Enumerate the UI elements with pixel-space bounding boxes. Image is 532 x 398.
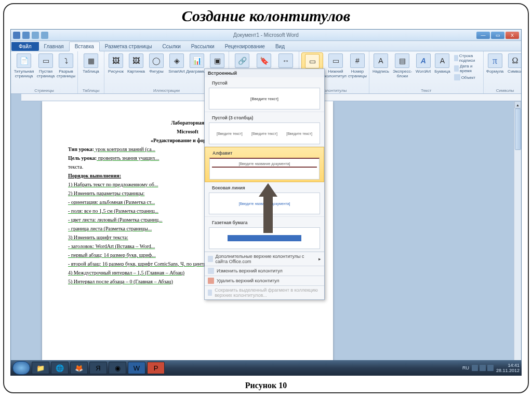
tab-mailings[interactable]: Рассылки [186,42,220,51]
footer-icon: ▭ [328,53,343,68]
table-button[interactable]: ▦Таблица [80,52,102,88]
page-number-icon: # [350,53,365,68]
titlebar: Документ1 - Microsoft Word — ▭ X [11,30,521,41]
page-break-icon: ⤵ [59,53,73,68]
blank-page-button[interactable]: ▭Пустая страница [36,52,55,88]
task-3d[interactable]: ◉ [109,362,126,374]
dd-remove-header[interactable]: Удалить верхний колонтитул [205,276,324,285]
save-sel-icon [208,290,212,296]
smartart-button[interactable]: ◈SmartArt [167,52,186,88]
object-button[interactable]: Объект [454,74,480,80]
symbol-icon: Ω [508,53,521,68]
date-time-button[interactable]: Дата и время [454,64,480,73]
shapes-icon: ◯ [149,53,164,68]
textbox-button[interactable]: AНадпись [371,52,390,88]
shapes-button[interactable]: ◯Фигуры [147,52,166,88]
dd-save-selection: Сохранить выделенный фрагмент в коллекци… [205,285,324,299]
task-ppt[interactable]: P [147,362,165,374]
start-button[interactable] [12,361,30,375]
dd-item-blank[interactable]: Пустой [Введите текст] [205,77,324,112]
table-icon: ▦ [84,53,98,68]
dd-edit-header[interactable]: Изменить верхний колонтитул [205,266,324,276]
tab-page-layout[interactable]: Разметка страницы [100,42,157,51]
group-symbols: πФормула ΩСимвол Символы [484,51,521,93]
signature-icon [454,55,458,61]
clipart-icon: 🖼 [129,53,143,68]
hyperlink-icon: 🔗 [235,53,249,68]
scroll-thumb[interactable] [515,108,521,150]
office-icon [208,256,213,262]
dd-item-alphabet[interactable]: Алфавит [Введите название документа] [205,147,324,182]
edit-icon [208,268,214,274]
tab-view[interactable]: Вид [270,42,290,51]
windows-taskbar: 📁 🌐 🦊 Я ◉ W P RU 14:41 28.11.2012 [10,360,522,376]
tray-vol-icon[interactable] [487,365,494,371]
date-icon [454,65,459,72]
smartart-icon: ◈ [169,53,184,68]
clipart-button[interactable]: 🖼Картинка [127,52,145,88]
dropcap-icon: A [435,53,449,68]
tray-clock[interactable]: 14:41 28.11.2012 [496,363,520,373]
wordart-icon: A [416,53,431,68]
close-button[interactable]: X [506,32,519,39]
task-explorer[interactable]: 📁 [32,362,49,374]
minimize-button[interactable]: — [476,32,490,39]
scroll-up-button[interactable]: ▲ [514,101,521,108]
dd-more-office[interactable]: Дополнительные верхние колонтитулы с сай… [205,252,324,266]
slide-caption: Рисунок 10 [4,381,528,390]
chart-icon: 📊 [190,53,204,68]
symbol-button[interactable]: ΩСимвол [506,52,521,88]
picture-button[interactable]: 🖼Рисунок [107,52,125,88]
cover-page-icon: 📄 [17,53,31,68]
group-pages: 📄Титульная страница ▭Пустая страница ⤵Ра… [11,51,78,93]
picture-icon: 🖼 [109,53,123,68]
equation-icon: π [488,53,502,68]
header-icon: ▭ [305,54,320,68]
group-tables: ▦Таблица Таблицы [78,51,104,93]
tray-lang[interactable]: RU [462,365,469,370]
dd-section-builtin: Встроенный [205,69,324,77]
group-text: AНадпись ▤Экспресс-блоки AWordArt AБукви… [369,51,484,93]
blank-page-icon: ▭ [38,53,53,68]
task-word[interactable]: W [128,362,145,374]
textbox-icon: A [374,53,388,68]
object-icon [454,74,460,80]
cover-page-button[interactable]: 📄Титульная страница [13,52,35,88]
wordart-button[interactable]: AWordArt [415,52,432,88]
tab-references[interactable]: Ссылки [157,42,186,51]
bookmark-icon: 🔖 [257,53,271,68]
task-yandex[interactable]: Я [89,362,107,374]
footer-button[interactable]: ▭Нижний колонтитул [325,52,347,88]
maximize-button[interactable]: ▭ [491,32,504,39]
signature-line-button[interactable]: Строка подписи [454,53,480,63]
quickparts-button[interactable]: ▤Экспресс-блоки [392,52,413,88]
page-number-button[interactable]: #Номер страницы [348,52,367,88]
page-break-button[interactable]: ⤵Разрыв страницы [57,52,75,88]
tab-home[interactable]: Главная [39,42,69,51]
task-firefox[interactable]: 🦊 [70,362,88,374]
tab-insert[interactable]: Вставка [69,42,100,51]
chart-button[interactable]: 📊Диаграмма [188,52,206,88]
crossref-icon: ↔ [278,53,293,68]
tray-flag-icon[interactable] [472,365,478,371]
ribbon-tabs: Файл Главная Вставка Разметка страницы С… [11,41,521,51]
tab-review[interactable]: Рецензирование [220,42,270,51]
quickparts-icon: ▤ [395,53,409,68]
task-chrome[interactable]: 🌐 [51,362,69,374]
remove-icon [208,278,214,284]
screenshot-icon: ▣ [210,53,224,68]
dd-item-blank3[interactable]: Пустой (3 столбца) [Введите текст] [Введ… [205,112,324,147]
slide-title: Создание колонтитулов [4,4,528,27]
vertical-scrollbar[interactable]: ▲ [514,101,521,366]
system-tray: RU 14:41 28.11.2012 [462,363,520,373]
window-title: Документ1 - Microsoft Word [11,32,521,38]
equation-button[interactable]: πФормула [486,52,504,88]
tray-net-icon[interactable] [480,365,486,371]
dropcap-button[interactable]: AБуквица [433,52,451,88]
file-tab[interactable]: Файл [11,42,39,51]
annotation-arrow [259,183,277,233]
